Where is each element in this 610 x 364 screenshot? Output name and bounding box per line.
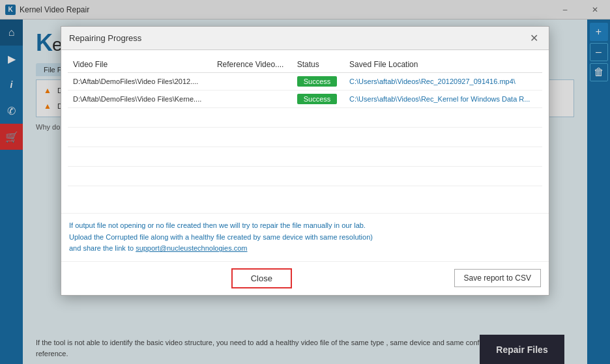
modal-overlay: Repairing Progress ✕ Video File Referenc… xyxy=(0,0,610,364)
table-body: D:\Aftab\DemoFiles\Video Files\2012.... … xyxy=(68,73,542,186)
info-line-1: If output file not opening or no file cr… xyxy=(69,221,366,229)
dialog-title-bar: Repairing Progress ✕ xyxy=(61,27,549,50)
video-file-cell-1: D:\Aftab\DemoFiles\Video Files\2012.... xyxy=(68,73,212,91)
saved-location-link-1[interactable]: C:\Users\aftab\Videos\Rec_20120927_09141… xyxy=(349,77,516,85)
col-header-status: Status xyxy=(292,57,344,73)
status-cell-2: Success xyxy=(292,91,344,108)
col-header-saved-location: Saved File Location xyxy=(344,57,542,73)
save-csv-button[interactable]: Save report to CSV xyxy=(454,269,541,287)
video-file-cell-2: D:\Aftab\DemoFiles\Video Files\Kerne.... xyxy=(68,91,212,108)
saved-location-link-2[interactable]: C:\Users\aftab\Videos\Rec_Kernel for Win… xyxy=(349,95,530,103)
saved-location-cell-1: C:\Users\aftab\Videos\Rec_20120927_09141… xyxy=(344,73,542,91)
dialog-table-container: Video File Reference Video.... Status Sa… xyxy=(61,50,549,213)
table-row-empty xyxy=(68,128,542,147)
status-cell-1: Success xyxy=(292,73,344,91)
table-row: D:\Aftab\DemoFiles\Video Files\2012.... … xyxy=(68,73,542,91)
status-badge-2: Success xyxy=(297,94,338,104)
reference-cell-1 xyxy=(212,73,292,91)
saved-location-cell-2: C:\Users\aftab\Videos\Rec_Kernel for Win… xyxy=(344,91,542,108)
table-row-empty xyxy=(68,147,542,167)
dialog-close-button[interactable]: Close xyxy=(231,268,292,288)
table-row-empty xyxy=(68,167,542,186)
table-row: D:\Aftab\DemoFiles\Video Files\Kerne....… xyxy=(68,91,542,108)
info-email-link[interactable]: support@nucleustechnologies.com xyxy=(136,244,247,252)
dialog-info-section: If output file not opening or no file cr… xyxy=(61,213,549,261)
col-header-video-file: Video File xyxy=(68,57,212,73)
repairing-progress-dialog: Repairing Progress ✕ Video File Referenc… xyxy=(61,26,549,296)
col-header-reference: Reference Video.... xyxy=(212,57,292,73)
dialog-close-icon-button[interactable]: ✕ xyxy=(527,32,541,44)
table-row-empty xyxy=(68,108,542,128)
result-table: Video File Reference Video.... Status Sa… xyxy=(68,57,542,186)
reference-cell-2 xyxy=(212,91,292,108)
status-badge-1: Success xyxy=(297,76,338,87)
table-header: Video File Reference Video.... Status Sa… xyxy=(68,57,542,73)
info-line-2: Upload the Corrupted file along with a h… xyxy=(69,233,373,241)
info-line-3-prefix: and share the link to xyxy=(69,244,136,252)
info-text-block: If output file not opening or no file cr… xyxy=(69,220,541,255)
dialog-title: Repairing Progress xyxy=(69,33,141,43)
dialog-footer: Close Save report to CSV xyxy=(61,261,549,295)
